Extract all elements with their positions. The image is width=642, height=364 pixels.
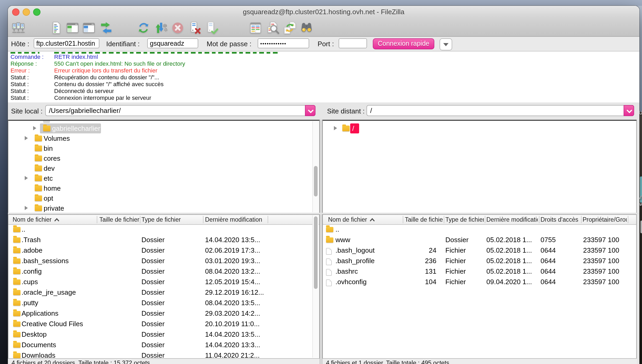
remote-directory-tree: /: [322, 120, 637, 213]
local-tree-scrollbar[interactable]: [312, 121, 319, 212]
local-list-scrollbar[interactable]: [312, 215, 319, 358]
column-header-modified[interactable]: Dernière modification: [486, 215, 538, 224]
vertical-splitter[interactable]: [320, 120, 322, 364]
column-header-type[interactable]: Type de fichier: [445, 215, 484, 224]
log-line-label: Statut :: [11, 88, 54, 95]
file-row[interactable]: ApplicationsDossier29.03.2020 14:2...: [8, 308, 319, 319]
file-type: Dossier: [141, 266, 165, 277]
file-row[interactable]: .ovhconfig104Fichier09.04.2020 1...06442…: [323, 277, 636, 287]
titlebar[interactable]: gsquareadz@ftp.cluster021.hosting.ovh.ne…: [8, 6, 639, 17]
tree-item[interactable]: etc: [8, 173, 319, 183]
filter-icon[interactable]: [249, 21, 262, 35]
disconnect-icon[interactable]: [188, 21, 201, 35]
reconnect-icon[interactable]: [205, 21, 218, 35]
column-header-owner[interactable]: Propriétaire/Groupe: [583, 215, 627, 224]
tree-item[interactable]: dev: [8, 163, 319, 173]
tree-item[interactable]: cores: [8, 153, 319, 163]
file-row[interactable]: .bash_logout24Fichier05.02.2018 1...0644…: [323, 245, 636, 256]
scrollbar-thumb[interactable]: [314, 216, 317, 289]
message-log: Commande :RETR index.htmlRéponse :550 Ca…: [8, 51, 639, 103]
file-row[interactable]: .puttyDossier08.04.2020 13:5...: [8, 298, 319, 308]
column-header-name[interactable]: Nom de fichier: [13, 215, 96, 224]
disclosure-triangle-icon[interactable]: [25, 136, 28, 140]
file-row[interactable]: .bash_sessionsDossier03.01.2020 19:3...: [8, 256, 319, 266]
tree-item[interactable]: opt: [8, 193, 319, 203]
remote-path-combobox[interactable]: /: [366, 105, 634, 116]
disclosure-triangle-icon[interactable]: [25, 206, 28, 210]
chevron-down-icon[interactable]: [624, 105, 634, 116]
file-row[interactable]: DownloadsDossier11.04.2020 21:2...: [8, 350, 319, 358]
minimize-window-button[interactable]: [23, 8, 30, 16]
column-header-type[interactable]: Type de fichier: [141, 215, 202, 224]
toggle-remote-tree-icon[interactable]: [82, 21, 96, 35]
local-status-bar: 4 fichiers et 20 dossiers. Taille totale…: [8, 358, 320, 364]
column-header-size[interactable]: Taille de fichier: [99, 215, 139, 224]
file-row[interactable]: .adobeDossier02.06.2019 17:3...: [8, 245, 319, 256]
sort-ascending-icon: [54, 218, 59, 221]
toggle-transfer-queue-icon[interactable]: [99, 21, 113, 35]
refresh-icon[interactable]: [137, 21, 150, 35]
file-row[interactable]: ..: [323, 224, 636, 235]
file-name: .ovhconfig: [335, 277, 367, 287]
file-row[interactable]: .configDossier08.04.2020 13:2...: [8, 266, 319, 277]
tree-item-label: etc: [44, 173, 53, 183]
scrollbar-thumb[interactable]: [314, 166, 317, 196]
toggle-message-log-icon[interactable]: [49, 21, 63, 35]
file-row[interactable]: .bashrc131Fichier05.02.2018 1...06442335…: [323, 266, 636, 277]
file-row[interactable]: DocumentsDossier14.04.2020 13:3...: [8, 340, 319, 350]
disclosure-triangle-icon[interactable]: [33, 126, 36, 130]
file-row[interactable]: .oracle_jre_usageDossier29.12.2019 16:12…: [8, 287, 319, 298]
toggle-local-tree-icon[interactable]: [66, 21, 79, 35]
cancel-operation-icon[interactable]: [171, 21, 185, 35]
file-row[interactable]: .bash_profile236Fichier05.02.2018 1...06…: [323, 256, 636, 266]
column-header-permissions[interactable]: Droits d'accès: [541, 215, 580, 224]
file-type: Dossier: [141, 350, 165, 358]
file-row[interactable]: .cupsDossier12.05.2019 15:4...: [8, 277, 319, 287]
disclosure-triangle-icon[interactable]: [25, 176, 28, 180]
file-permissions: 0755: [541, 235, 556, 245]
tree-item[interactable]: gabriellecharlier: [8, 123, 319, 133]
file-size: 104: [396, 277, 436, 287]
close-window-button[interactable]: [12, 8, 19, 16]
tree-item-label: gabriellecharlier: [52, 123, 100, 133]
password-label: Mot de passe :: [207, 40, 252, 48]
username-input[interactable]: [147, 38, 198, 48]
synchronized-browsing-icon[interactable]: [283, 21, 297, 35]
folder-icon: [35, 155, 42, 161]
file-row[interactable]: Creative Cloud FilesDossier20.10.2019 11…: [8, 319, 319, 329]
tree-item[interactable]: Volumes: [8, 133, 319, 143]
file-permissions: 0644: [541, 245, 556, 256]
port-input[interactable]: [339, 38, 367, 48]
file-row[interactable]: ..: [8, 224, 319, 235]
host-input[interactable]: [34, 38, 99, 48]
chevron-down-icon[interactable]: [305, 105, 315, 116]
file-name: ..: [22, 224, 25, 235]
tree-item[interactable]: private: [8, 203, 319, 213]
column-header-size[interactable]: Taille de fichier: [405, 215, 443, 224]
column-header-modified[interactable]: Dernière modification: [205, 215, 267, 224]
process-queue-icon[interactable]: [154, 21, 168, 35]
zoom-window-button[interactable]: [33, 8, 40, 16]
file-row[interactable]: .TrashDossier14.04.2020 13:5...: [8, 235, 319, 245]
password-input[interactable]: [258, 38, 309, 48]
file-search-icon[interactable]: [266, 21, 280, 35]
local-path-combobox[interactable]: /Users/gabriellecharlier/: [45, 105, 315, 116]
file-row[interactable]: wwwDossier05.02.2018 1...0755233597 100: [323, 235, 636, 245]
site-manager-icon[interactable]: [12, 21, 25, 35]
tree-item-label: cores: [44, 153, 60, 163]
quickconnect-dropdown-button[interactable]: [440, 38, 452, 50]
tree-item-label: dev: [44, 163, 55, 173]
disclosure-triangle-icon[interactable]: [334, 126, 337, 130]
column-header-name[interactable]: Nom de fichier: [328, 215, 400, 224]
quickconnect-button[interactable]: Connexion rapide: [373, 38, 434, 49]
tree-item[interactable]: home: [8, 183, 319, 193]
tree-item[interactable]: bin: [8, 143, 319, 153]
folder-icon: [35, 136, 42, 141]
file-type: Fichier: [445, 266, 466, 277]
folder-icon: [13, 321, 21, 327]
toolbar: [8, 17, 639, 37]
file-name: .bash_logout: [335, 245, 375, 256]
tree-item[interactable]: /: [323, 123, 636, 133]
file-row[interactable]: DesktopDossier14.04.2020 13:5...: [8, 329, 319, 340]
directory-comparison-icon[interactable]: [300, 21, 313, 35]
